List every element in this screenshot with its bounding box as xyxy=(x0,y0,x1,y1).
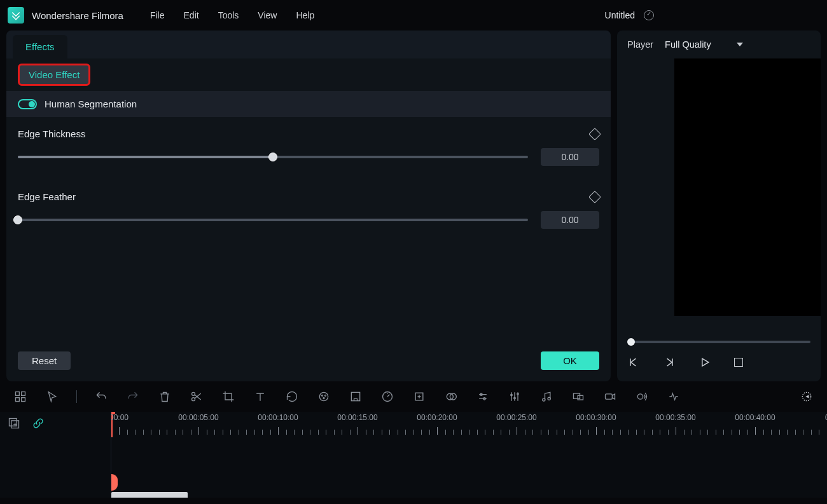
green-screen-icon[interactable] xyxy=(348,389,363,404)
menu-tools[interactable]: Tools xyxy=(218,10,239,20)
quality-select[interactable]: Full Quality xyxy=(665,39,743,50)
player-header: Player Full Quality xyxy=(617,31,821,58)
ok-button[interactable]: OK xyxy=(541,351,599,370)
speed-rewind-icon[interactable] xyxy=(284,389,300,404)
svg-point-8 xyxy=(325,395,326,396)
color-icon[interactable] xyxy=(316,389,331,404)
timeline-ruler[interactable]: 00:0000:00:05:0000:00:10:0000:00:15:0000… xyxy=(111,412,827,435)
delete-icon[interactable] xyxy=(157,389,172,404)
clip[interactable] xyxy=(111,492,188,498)
motion-track-icon[interactable] xyxy=(571,389,586,404)
menu-bar: Wondershare Filmora File Edit Tools View… xyxy=(0,0,827,31)
player-controls xyxy=(617,343,821,381)
crop-icon[interactable] xyxy=(221,389,236,404)
cloud-sync-icon[interactable] xyxy=(644,10,654,20)
app-title: Wondershare Filmora xyxy=(32,10,123,21)
keyframe-icon[interactable] xyxy=(588,191,601,203)
svg-rect-24 xyxy=(606,394,613,399)
svg-point-20 xyxy=(543,398,545,401)
ruler-label: 00:00:35:00 xyxy=(655,413,695,422)
subtab-row: Video Effect xyxy=(6,58,611,87)
voiceover-icon[interactable] xyxy=(634,389,650,404)
timeline-ruler-area[interactable]: 00:0000:00:05:0000:00:10:0000:00:15:0000… xyxy=(111,412,827,498)
edge-feather-value[interactable] xyxy=(541,211,599,229)
svg-rect-2 xyxy=(16,398,20,402)
ruler-label: 00:00:25:00 xyxy=(496,413,536,422)
quality-value: Full Quality xyxy=(665,39,711,50)
adjust-icon[interactable] xyxy=(475,389,490,404)
svg-rect-3 xyxy=(22,398,25,402)
svg-point-7 xyxy=(322,395,323,396)
param-edge-thickness: Edge Thickness xyxy=(18,128,599,166)
play-icon[interactable] xyxy=(698,356,711,369)
svg-point-6 xyxy=(319,392,328,400)
cursor-icon[interactable] xyxy=(45,389,60,404)
menu-view[interactable]: View xyxy=(258,10,277,20)
ruler-label: 00:00:10:00 xyxy=(258,413,298,422)
preview-viewport[interactable] xyxy=(674,58,821,316)
prev-frame-icon[interactable] xyxy=(627,356,640,369)
edge-feather-label: Edge Feather xyxy=(18,191,76,202)
menu-edit[interactable]: Edit xyxy=(184,10,199,20)
player-scrub[interactable] xyxy=(617,334,821,343)
keyframe-add-icon[interactable] xyxy=(412,389,427,404)
param-edge-feather: Edge Feather xyxy=(18,191,599,229)
edge-thickness-value[interactable] xyxy=(541,148,599,166)
next-frame-icon[interactable] xyxy=(663,356,676,369)
edge-feather-slider[interactable] xyxy=(18,219,528,221)
svg-point-9 xyxy=(323,398,324,399)
svg-rect-10 xyxy=(351,392,359,400)
svg-point-21 xyxy=(548,397,550,400)
text-icon[interactable] xyxy=(253,389,268,404)
timeline-toolbar xyxy=(0,381,827,412)
menu-file[interactable]: File xyxy=(150,10,165,20)
separator xyxy=(76,390,77,403)
chevron-down-icon xyxy=(737,43,743,46)
svg-rect-27 xyxy=(10,419,17,426)
record-icon[interactable] xyxy=(602,389,618,404)
timeline-left-gutter xyxy=(0,412,111,498)
timeline: 00:0000:00:05:0000:00:10:0000:00:15:0000… xyxy=(0,412,827,498)
svg-rect-22 xyxy=(574,393,580,398)
edge-thickness-label: Edge Thickness xyxy=(18,128,85,139)
app-logo xyxy=(8,7,24,24)
effects-panel-footer: Reset OK xyxy=(6,343,611,381)
audio-sync-icon[interactable] xyxy=(666,389,681,404)
project-status: Untitled xyxy=(605,10,819,20)
player-label: Player xyxy=(627,39,653,50)
human-segmentation-label: Human Segmentation xyxy=(45,99,137,109)
timeline-tracks[interactable] xyxy=(111,435,827,498)
audio-mixer-icon[interactable] xyxy=(507,389,522,404)
tab-effects[interactable]: Effects xyxy=(13,35,67,58)
add-track-icon[interactable] xyxy=(8,417,20,432)
ruler-label: 00:00:05:00 xyxy=(178,413,218,422)
stop-icon[interactable] xyxy=(734,358,743,367)
undo-icon[interactable] xyxy=(94,389,109,404)
project-name: Untitled xyxy=(605,10,635,20)
ruler-label: 00:00:40:00 xyxy=(735,413,775,422)
effect-toggle-row: Human Segmentation xyxy=(6,91,611,117)
edge-thickness-slider[interactable] xyxy=(18,156,528,158)
link-icon[interactable] xyxy=(32,417,45,432)
zoom-fit-icon[interactable] xyxy=(799,389,814,404)
effects-tab-bar: Effects xyxy=(6,31,611,58)
ruler-label: 00:00:15:00 xyxy=(337,413,377,422)
redo-icon[interactable] xyxy=(125,389,141,404)
svg-point-25 xyxy=(637,394,643,399)
reset-button[interactable]: Reset xyxy=(18,351,71,370)
keyframe-icon[interactable] xyxy=(588,128,601,140)
audio-detach-icon[interactable] xyxy=(539,389,554,404)
split-icon[interactable] xyxy=(189,389,204,404)
clip-handle[interactable] xyxy=(111,474,118,491)
human-segmentation-toggle[interactable] xyxy=(18,99,37,109)
player-panel: Player Full Quality xyxy=(617,31,821,381)
menu-items: File Edit Tools View Help xyxy=(150,10,314,20)
preview-area xyxy=(617,58,821,334)
subtab-video-effect[interactable]: Video Effect xyxy=(18,64,90,86)
speedometer-icon[interactable] xyxy=(380,389,395,404)
menu-help[interactable]: Help xyxy=(296,10,314,20)
mask-icon[interactable] xyxy=(443,389,459,404)
svg-rect-1 xyxy=(22,392,25,396)
svg-rect-0 xyxy=(16,392,20,396)
layout-icon[interactable] xyxy=(13,389,28,404)
